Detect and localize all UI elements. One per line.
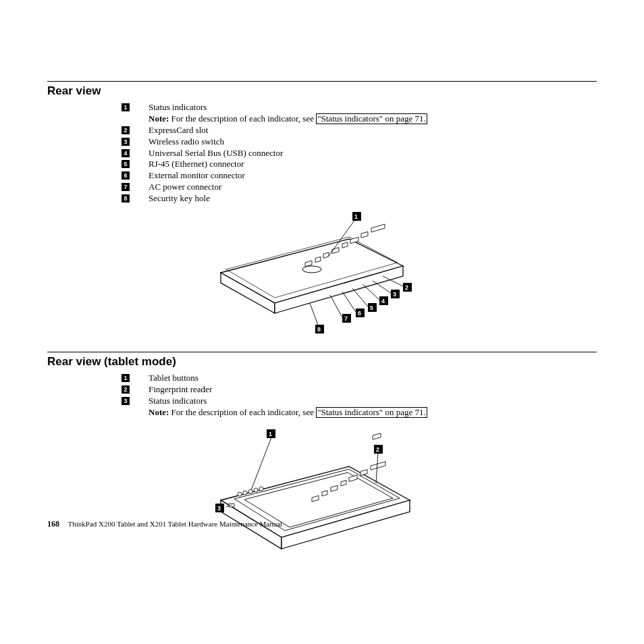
book-title: ThinkPad X200 Tablet and X201 Tablet Har… (68, 520, 283, 528)
list-item: 2ExpressCard slot (122, 125, 597, 136)
svg-text:6: 6 (358, 310, 361, 317)
callout-box: 1 (122, 374, 130, 382)
svg-rect-45 (360, 469, 367, 475)
section-rule (47, 81, 597, 82)
list-item: 1Tablet buttons (122, 373, 597, 384)
rear-view-tablet-list: 1Tablet buttons 2Fingerprint reader 3 St… (122, 373, 597, 419)
callout-box: 4 (122, 149, 130, 157)
svg-text:7: 7 (344, 315, 348, 322)
callout-box: 8 (122, 194, 130, 203)
item-text: External monitor connector (149, 170, 597, 182)
svg-text:5: 5 (370, 304, 373, 311)
svg-text:3: 3 (393, 291, 396, 298)
svg-text:1: 1 (269, 431, 272, 437)
callout-box: 2 (122, 385, 130, 394)
list-item: 2Fingerprint reader (122, 384, 597, 396)
item-text: Fingerprint reader (149, 384, 597, 396)
cross-reference[interactable]: "Status indicators" on page 71. (316, 407, 427, 418)
figure-rear-view: 1 2 3 4 5 6 7 8 (47, 209, 597, 340)
rear-view-list: 1 Status indicators Note: For the descri… (122, 102, 597, 205)
list-item: 5RJ-45 (Ethernet) connector (122, 159, 597, 170)
item-text: Status indicators Note: For the descript… (149, 102, 597, 125)
item-text: Tablet buttons (149, 373, 597, 384)
list-item: 3Wireless radio switch (122, 136, 597, 148)
svg-line-15 (330, 295, 342, 317)
list-item: 3 Status indicators Note: For the descri… (122, 396, 597, 419)
svg-point-35 (248, 489, 252, 493)
callout-box: 7 (122, 183, 130, 191)
item-text: Status indicators Note: For the descript… (149, 396, 597, 419)
svg-point-37 (259, 487, 263, 491)
svg-line-47 (251, 437, 271, 490)
tablet-rear-svg: 1 2 3 (180, 423, 464, 571)
svg-line-13 (352, 288, 368, 306)
svg-text:4: 4 (381, 298, 385, 304)
svg-point-34 (243, 491, 247, 495)
svg-rect-7 (361, 232, 368, 238)
item-text: Universal Serial Bus (USB) connector (149, 148, 597, 159)
svg-line-14 (342, 292, 356, 312)
svg-line-16 (310, 303, 319, 327)
svg-text:2: 2 (405, 284, 408, 291)
list-item: 8Security key hole (122, 193, 597, 205)
item-text: Security key hole (149, 193, 597, 205)
svg-point-0 (302, 266, 321, 273)
svg-rect-8 (371, 224, 385, 232)
item-text: ExpressCard slot (149, 125, 597, 136)
laptop-rear-svg: 1 2 3 4 5 6 7 8 (180, 209, 464, 337)
callout-box: 6 (122, 171, 130, 180)
cross-reference[interactable]: "Status indicators" on page 71. (316, 113, 427, 124)
note-label: Note: (149, 407, 169, 417)
svg-rect-46 (371, 461, 385, 469)
svg-rect-38 (373, 433, 381, 439)
callout-box: 1 (122, 103, 130, 111)
list-item: 4Universal Serial Bus (USB) connector (122, 148, 597, 159)
heading-rear-view-tablet: Rear view (tablet mode) (47, 355, 597, 369)
svg-text:8: 8 (317, 326, 321, 333)
callout-box: 5 (122, 160, 130, 168)
svg-text:2: 2 (376, 446, 379, 453)
section-rule (47, 352, 597, 352)
figure-rear-view-tablet: 1 2 3 (47, 423, 597, 574)
list-item: 1 Status indicators Note: For the descri… (122, 102, 597, 125)
callout-box: 2 (122, 126, 130, 134)
page-number: 168 (47, 519, 59, 529)
note-label: Note: (149, 113, 169, 124)
callout-box: 3 (122, 397, 130, 405)
note-body: For the description of each indicator, s… (169, 407, 316, 417)
svg-line-12 (363, 284, 379, 300)
callout-box: 3 (122, 138, 130, 146)
heading-rear-view: Rear view (47, 84, 597, 98)
svg-rect-39 (229, 504, 234, 507)
note-body: For the description of each indicator, s… (169, 113, 316, 124)
svg-text:1: 1 (354, 213, 358, 220)
item-text: Wireless radio switch (149, 136, 597, 148)
list-item: 7AC power connector (122, 182, 597, 193)
svg-point-33 (238, 492, 242, 496)
page-footer: 168 ThinkPad X200 Tablet and X201 Tablet… (47, 519, 282, 529)
svg-point-36 (254, 488, 258, 492)
svg-text:3: 3 (217, 505, 221, 512)
item-text: RJ-45 (Ethernet) connector (149, 159, 597, 170)
item-text: AC power connector (149, 182, 597, 193)
list-item: 6External monitor connector (122, 170, 597, 182)
